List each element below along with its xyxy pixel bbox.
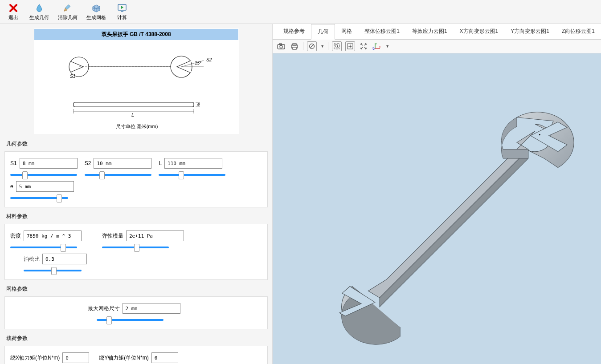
load-section: 载荷参数 绕X轴力矩(单位N*m) 绕Y轴力矩(单位N*m) [4,333,268,364]
geom-section: 几何参数 S1 S2 [4,138,268,207]
maxmesh-input[interactable] [123,303,180,314]
s2-label: S2 [85,160,91,166]
geom-section-title: 几何参数 [4,138,268,151]
density-label: 密度 [10,232,21,240]
camera-icon[interactable] [276,41,286,51]
svg-rect-7 [74,102,194,107]
droplet-icon [33,3,45,13]
svg-point-32 [539,134,540,135]
poisson-slider[interactable] [24,270,82,271]
poisson-label: 泊松比 [24,255,40,263]
svg-point-14 [280,45,282,48]
tab-def-y[interactable]: Y方向变形云图1 [504,24,556,39]
diagram-e-label: e [197,102,200,107]
svg-text:y: y [376,42,377,44]
exit-label: 退出 [8,14,18,21]
mx-input[interactable] [62,352,89,363]
expand-arrows-icon[interactable] [359,41,368,51]
L-label: L [159,160,162,166]
compute-label: 计算 [117,14,127,21]
tab-disp-all[interactable]: 整体位移云图1 [358,24,406,39]
left-panel: 双头呆扳手 GB /T 4388-2008 [0,24,272,364]
fit-view-icon[interactable] [345,41,355,51]
modulus-label: 弹性模量 [102,232,123,240]
top-toolbar: 退出 生成几何 清除几何 生成网格 计算 [0,0,601,24]
diagram-angle-label: 15° [195,61,201,65]
viewer-canvas[interactable] [273,53,601,364]
diagram-unit-label: 尺寸单位 毫米(mm) [115,124,158,129]
mesh-section-title: 网格参数 [4,283,268,296]
forbid-icon[interactable] [307,41,317,51]
material-section: 材料参数 密度 弹性模量 [4,211,268,280]
mx-label: 绕X轴力矩(单位N*m) [10,354,60,362]
tab-mesh[interactable]: 网格 [335,24,358,39]
tab-stress[interactable]: 等效应力云图1 [406,24,454,39]
density-input[interactable] [24,231,82,241]
svg-line-23 [337,47,339,48]
s2-slider[interactable] [85,174,151,176]
maxmesh-label: 最大网格尺寸 [88,305,120,312]
density-slider[interactable] [10,247,77,248]
right-panel: 规格参考 几何 网格 整体位移云图1 等效应力云图1 X方向变形云图1 Y方向变… [272,24,601,364]
viewer-toolbar: ▼ yxz ▼ [273,40,601,53]
my-input[interactable] [151,352,178,363]
tab-geom[interactable]: 几何 [311,24,335,40]
L-input[interactable] [164,158,222,169]
print-icon[interactable] [290,41,299,51]
clear-geom-button[interactable]: 清除几何 [55,2,80,22]
gen-geom-label: 生成几何 [29,14,49,21]
svg-rect-18 [293,47,296,49]
clear-geom-label: 清除几何 [58,14,78,21]
tab-disp-z[interactable]: Z向位移云图1 [556,24,601,39]
modulus-slider[interactable] [102,247,169,248]
svg-line-20 [310,44,314,48]
s1-input[interactable] [20,158,78,169]
L-slider[interactable] [159,174,225,176]
reference-diagram: 双头呆扳手 GB /T 4388-2008 [34,28,239,134]
tab-spec[interactable]: 规格参考 [277,24,311,39]
e-input[interactable] [16,181,74,192]
zoom-select-icon[interactable] [332,41,342,51]
load-section-title: 载荷参数 [4,333,268,346]
e-slider[interactable] [10,197,68,199]
svg-text:x: x [379,45,380,48]
diagram-L-label: L [131,112,134,117]
gen-geom-button[interactable]: 生成几何 [27,2,52,22]
gen-mesh-label: 生成网格 [86,14,106,21]
cube-mesh-icon [90,3,102,13]
tab-def-x[interactable]: X方向变形云图1 [454,24,505,39]
broom-icon [61,3,74,13]
s2-input[interactable] [94,158,151,169]
modulus-input[interactable] [126,231,184,241]
svg-rect-17 [293,44,296,45]
diagram-s1-label: S1 [70,74,75,79]
result-tabs: 规格参考 几何 网格 整体位移云图1 等效应力云图1 X方向变形云图1 Y方向变… [273,24,601,40]
gen-mesh-button[interactable]: 生成网格 [84,2,109,22]
exit-button[interactable]: 退出 [4,2,23,22]
s1-slider[interactable] [10,174,77,176]
compute-button[interactable]: 计算 [112,2,132,22]
material-section-title: 材料参数 [4,211,268,224]
mesh-section: 网格参数 最大网格尺寸 [4,283,268,329]
diagram-s2-label: S2 [206,57,212,62]
close-x-icon [7,3,20,13]
my-label: 绕Y轴力矩(单位N*m) [99,354,148,362]
e-label: e [10,183,13,190]
diagram-title: 双头呆扳手 GB /T 4388-2008 [34,29,238,40]
svg-text:z: z [372,46,374,49]
s1-label: S1 [10,160,17,166]
svg-point-25 [350,46,351,47]
play-monitor-icon [116,3,128,13]
maxmesh-slider[interactable] [97,319,164,321]
poisson-input[interactable] [42,254,87,264]
axes-triad-icon[interactable]: yxz [372,41,382,51]
